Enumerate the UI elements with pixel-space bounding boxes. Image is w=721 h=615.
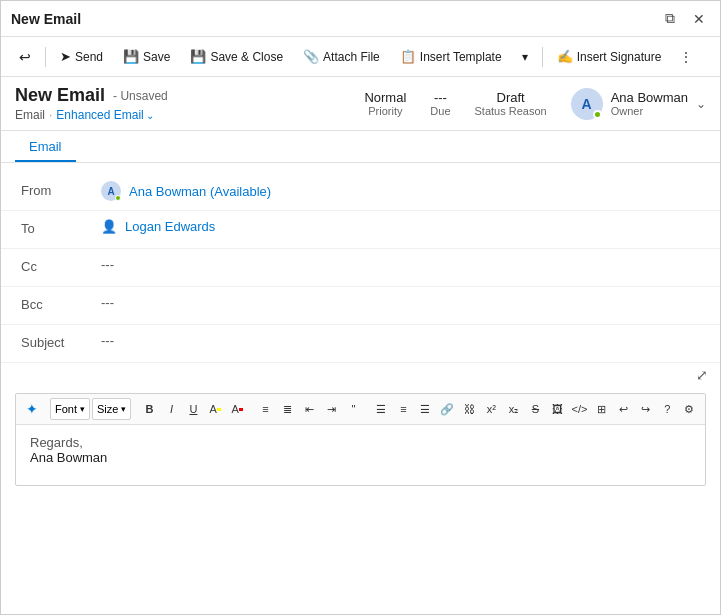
- back-button[interactable]: ↩: [11, 45, 39, 69]
- expand-button[interactable]: ⤢: [696, 367, 708, 383]
- enhanced-email-link[interactable]: Enhanced Email ⌄: [56, 108, 153, 122]
- owner-area[interactable]: A Ana Bowman Owner ⌄: [571, 88, 706, 120]
- number-list-icon: ≣: [283, 403, 292, 416]
- bcc-label: Bcc: [21, 295, 101, 312]
- superscript-button[interactable]: x²: [481, 398, 501, 420]
- spell-check-button[interactable]: ?: [657, 398, 677, 420]
- record-header: New Email - Unsaved Email · Enhanced Ema…: [1, 77, 720, 131]
- source-button[interactable]: </>: [569, 398, 589, 420]
- expand-area: ⤢: [1, 363, 720, 387]
- subject-label: Subject: [21, 333, 101, 350]
- from-label: From: [21, 181, 101, 198]
- quote-button[interactable]: ": [343, 398, 363, 420]
- bcc-value[interactable]: ---: [101, 295, 700, 310]
- cc-value[interactable]: ---: [101, 257, 700, 272]
- close-button[interactable]: ✕: [688, 9, 710, 29]
- table-button[interactable]: ⊞: [591, 398, 611, 420]
- to-row: To 👤 Logan Edwards: [1, 211, 720, 249]
- title-bar: New Email ⧉ ✕: [1, 1, 720, 37]
- tab-email[interactable]: Email: [15, 131, 76, 162]
- align-right-button[interactable]: ☰: [415, 398, 435, 420]
- subject-row: Subject ---: [1, 325, 720, 363]
- send-icon: ➤: [60, 49, 71, 64]
- attach-button[interactable]: 📎 Attach File: [295, 45, 388, 68]
- ai-button[interactable]: ✦: [22, 398, 42, 420]
- unlink-icon: ⛓: [464, 403, 475, 415]
- signature-icon: ✍️: [557, 49, 573, 64]
- settings-icon: ⚙: [684, 403, 694, 416]
- to-link[interactable]: 👤 Logan Edwards: [101, 219, 700, 234]
- record-title-row: New Email - Unsaved: [15, 85, 168, 106]
- underline-button[interactable]: U: [183, 398, 203, 420]
- number-list-button[interactable]: ≣: [277, 398, 297, 420]
- record-unsaved-text: - Unsaved: [113, 89, 168, 103]
- from-value: A Ana Bowman (Available): [101, 181, 700, 201]
- cc-label: Cc: [21, 257, 101, 274]
- avatar-status: [593, 110, 602, 119]
- font-color-icon: A: [231, 403, 238, 415]
- image-button[interactable]: 🖼: [547, 398, 567, 420]
- size-chevron-icon: ▾: [121, 404, 126, 414]
- subject-value[interactable]: ---: [101, 333, 700, 348]
- font-dropdown[interactable]: Font ▾: [50, 398, 90, 420]
- insert-template-button[interactable]: 📋 Insert Template: [392, 45, 510, 68]
- ai-icon: ✦: [26, 401, 38, 417]
- align-left-button[interactable]: ☰: [371, 398, 391, 420]
- toolbar: ↩ ➤ Send 💾 Save 💾 Save & Close 📎 Attach …: [1, 37, 720, 77]
- increase-indent-icon: ⇥: [327, 403, 336, 416]
- bullet-list-button[interactable]: ≡: [255, 398, 275, 420]
- source-icon: </>: [571, 403, 587, 415]
- table-icon: ⊞: [597, 403, 606, 416]
- owner-info: Ana Bowman Owner: [611, 90, 688, 117]
- template-icon: 📋: [400, 49, 416, 64]
- align-right-icon: ☰: [420, 403, 430, 416]
- more-icon: ⋮: [679, 49, 693, 65]
- decrease-indent-icon: ⇤: [305, 403, 314, 416]
- from-row: From A Ana Bowman (Available): [1, 173, 720, 211]
- bcc-row: Bcc ---: [1, 287, 720, 325]
- body-line-1: Regards,: [30, 435, 691, 450]
- separator-2: [542, 47, 543, 67]
- from-link[interactable]: A Ana Bowman (Available): [101, 181, 700, 201]
- decrease-indent-button[interactable]: ⇤: [299, 398, 319, 420]
- settings-button[interactable]: ⚙: [679, 398, 699, 420]
- link-icon: 🔗: [440, 403, 454, 416]
- email-body[interactable]: Regards, Ana Bowman: [16, 425, 705, 485]
- italic-button[interactable]: I: [161, 398, 181, 420]
- due-label: Due: [430, 105, 450, 117]
- priority-label: Priority: [368, 105, 402, 117]
- record-meta: Normal Priority --- Due Draft Status Rea…: [364, 88, 706, 120]
- align-center-icon: ≡: [400, 403, 406, 415]
- highlight-button[interactable]: A: [205, 398, 225, 420]
- save-close-button[interactable]: 💾 Save & Close: [182, 45, 291, 68]
- strikethrough-button[interactable]: S: [525, 398, 545, 420]
- window-title: New Email: [11, 11, 81, 27]
- align-center-button[interactable]: ≡: [393, 398, 413, 420]
- size-dropdown[interactable]: Size ▾: [92, 398, 131, 420]
- status-meta: Draft Status Reason: [475, 90, 547, 117]
- send-button[interactable]: ➤ Send: [52, 45, 111, 68]
- undo-icon: ↩: [619, 403, 628, 416]
- template-dropdown-button[interactable]: ▾: [514, 46, 536, 68]
- increase-indent-button[interactable]: ⇥: [321, 398, 341, 420]
- to-label: To: [21, 219, 101, 236]
- avatar: A: [571, 88, 603, 120]
- undo-button[interactable]: ↩: [613, 398, 633, 420]
- email-form: From A Ana Bowman (Available) To 👤 Logan…: [1, 163, 720, 614]
- link-button[interactable]: 🔗: [437, 398, 457, 420]
- font-chevron-icon: ▾: [80, 404, 85, 414]
- restore-button[interactable]: ⧉: [660, 8, 680, 29]
- subscript-button[interactable]: x₂: [503, 398, 523, 420]
- insert-signature-button[interactable]: ✍️ Insert Signature: [549, 45, 670, 68]
- bold-button[interactable]: B: [139, 398, 159, 420]
- redo-button[interactable]: ↪: [635, 398, 655, 420]
- attach-icon: 📎: [303, 49, 319, 64]
- save-button[interactable]: 💾 Save: [115, 45, 178, 68]
- status-label: Status Reason: [475, 105, 547, 117]
- save-icon: 💾: [123, 49, 139, 64]
- font-color-button[interactable]: A: [227, 398, 247, 420]
- toolbar-more-button[interactable]: ⋮: [673, 45, 699, 69]
- unlink-button[interactable]: ⛓: [459, 398, 479, 420]
- body-line-2: Ana Bowman: [30, 450, 691, 465]
- separator-1: [45, 47, 46, 67]
